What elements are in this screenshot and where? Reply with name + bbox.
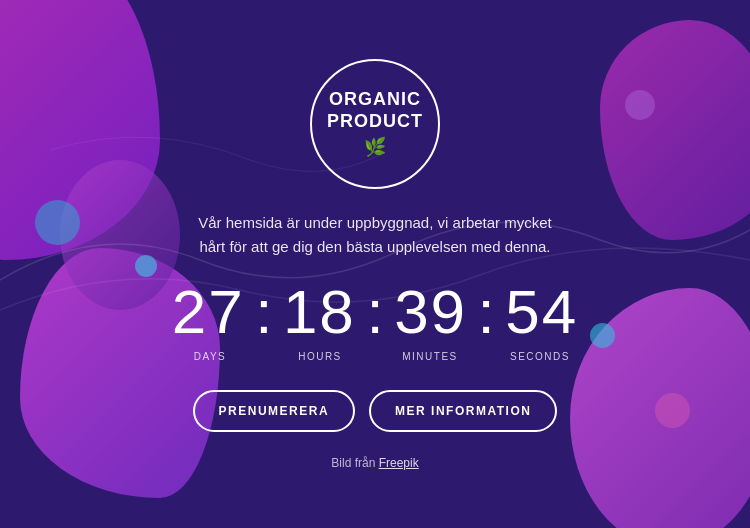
separator-3: : [476, 281, 497, 343]
minutes-label: MINUTES [385, 351, 475, 362]
main-content: ORGANIC PRODUCT 🌿 Vår hemsida är under u… [163, 59, 587, 470]
action-buttons: PRENUMERERA MER INFORMATION [193, 390, 558, 432]
logo-leaves-icon: 🌿 [364, 136, 386, 158]
separator-1: : [253, 281, 274, 343]
label-sep-1 [255, 351, 275, 362]
footer-text: Bild från [331, 456, 378, 470]
deco-circle-teal-small [135, 255, 157, 277]
page-container: ORGANIC PRODUCT 🌿 Vår hemsida är under u… [0, 0, 750, 528]
label-sep-2 [365, 351, 385, 362]
more-info-button[interactable]: MER INFORMATION [369, 390, 557, 432]
countdown-labels: DAYS HOURS MINUTES SECONDS [165, 351, 585, 362]
separator-2: : [364, 281, 385, 343]
subscribe-button[interactable]: PRENUMERERA [193, 390, 356, 432]
deco-circle-purple-right [625, 90, 655, 120]
logo-text: ORGANIC PRODUCT [327, 89, 423, 132]
deco-circle-pink-bottom [655, 393, 690, 428]
bg-blob-left-mid [60, 160, 180, 310]
freepik-link[interactable]: Freepik [379, 456, 419, 470]
logo-circle: ORGANIC PRODUCT 🌿 [310, 59, 440, 189]
seconds-label: SECONDS [495, 351, 585, 362]
deco-circle-teal-left [35, 200, 80, 245]
deco-circle-teal-right [590, 323, 615, 348]
seconds-value: 54 [497, 281, 587, 343]
minutes-value: 39 [386, 281, 476, 343]
description-text: Vår hemsida är under uppbyggnad, vi arbe… [185, 211, 565, 259]
footer: Bild från Freepik [331, 456, 418, 470]
days-label: DAYS [165, 351, 255, 362]
bg-blob-right-top [600, 20, 750, 240]
hours-label: HOURS [275, 351, 365, 362]
days-value: 27 [163, 281, 253, 343]
countdown-display: 27 : 18 : 39 : 54 [163, 281, 587, 343]
hours-value: 18 [274, 281, 364, 343]
label-sep-3 [475, 351, 495, 362]
